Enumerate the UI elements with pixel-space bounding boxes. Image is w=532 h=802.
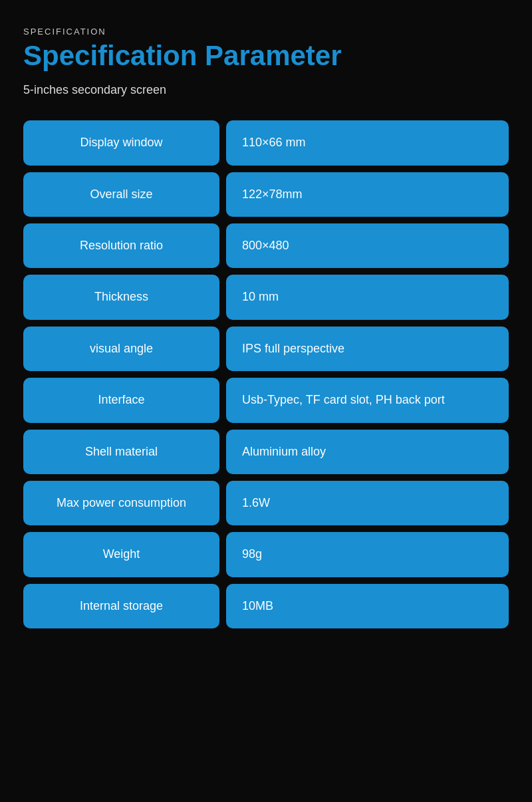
spec-key-cell: visual angle bbox=[23, 327, 219, 371]
header-section: SPECIFICATION Specification Parameter 5-… bbox=[23, 27, 509, 97]
table-row: Resolution ratio800×480 bbox=[23, 223, 509, 268]
spec-label: SPECIFICATION bbox=[23, 27, 509, 37]
spec-value-cell: Usb-Typec, TF card slot, PH back port bbox=[226, 378, 509, 422]
spec-value-cell: 122×78mm bbox=[226, 172, 509, 217]
table-row: visual angleIPS full perspective bbox=[23, 327, 509, 371]
spec-value-cell: 98g bbox=[226, 532, 509, 577]
spec-key-cell: Resolution ratio bbox=[23, 223, 219, 268]
table-row: InterfaceUsb-Typec, TF card slot, PH bac… bbox=[23, 378, 509, 422]
spec-key-cell: Interface bbox=[23, 378, 219, 422]
spec-title: Specification Parameter bbox=[23, 41, 509, 71]
spec-key-cell: Weight bbox=[23, 532, 219, 577]
page-wrapper: SPECIFICATION Specification Parameter 5-… bbox=[23, 27, 509, 628]
spec-value-cell: 800×480 bbox=[226, 223, 509, 268]
table-row: Display window110×66 mm bbox=[23, 120, 509, 165]
table-row: Max power consumption1.6W bbox=[23, 481, 509, 525]
table-row: Thickness10 mm bbox=[23, 275, 509, 319]
spec-subtitle: 5-inches secondary screen bbox=[23, 83, 509, 97]
spec-key-cell: Internal storage bbox=[23, 584, 219, 628]
spec-key-cell: Thickness bbox=[23, 275, 219, 319]
table-row: Weight98g bbox=[23, 532, 509, 577]
spec-key-cell: Overall size bbox=[23, 172, 219, 217]
spec-value-cell: 10 mm bbox=[226, 275, 509, 319]
spec-table: Display window110×66 mmOverall size122×7… bbox=[23, 120, 509, 628]
spec-value-cell: 1.6W bbox=[226, 481, 509, 525]
spec-value-cell: 110×66 mm bbox=[226, 120, 509, 165]
spec-value-cell: Aluminium alloy bbox=[226, 430, 509, 474]
table-row: Overall size122×78mm bbox=[23, 172, 509, 217]
spec-key-cell: Shell material bbox=[23, 430, 219, 474]
spec-key-cell: Max power consumption bbox=[23, 481, 219, 525]
table-row: Internal storage10MB bbox=[23, 584, 509, 628]
spec-value-cell: 10MB bbox=[226, 584, 509, 628]
table-row: Shell materialAluminium alloy bbox=[23, 430, 509, 474]
spec-key-cell: Display window bbox=[23, 120, 219, 165]
spec-value-cell: IPS full perspective bbox=[226, 327, 509, 371]
